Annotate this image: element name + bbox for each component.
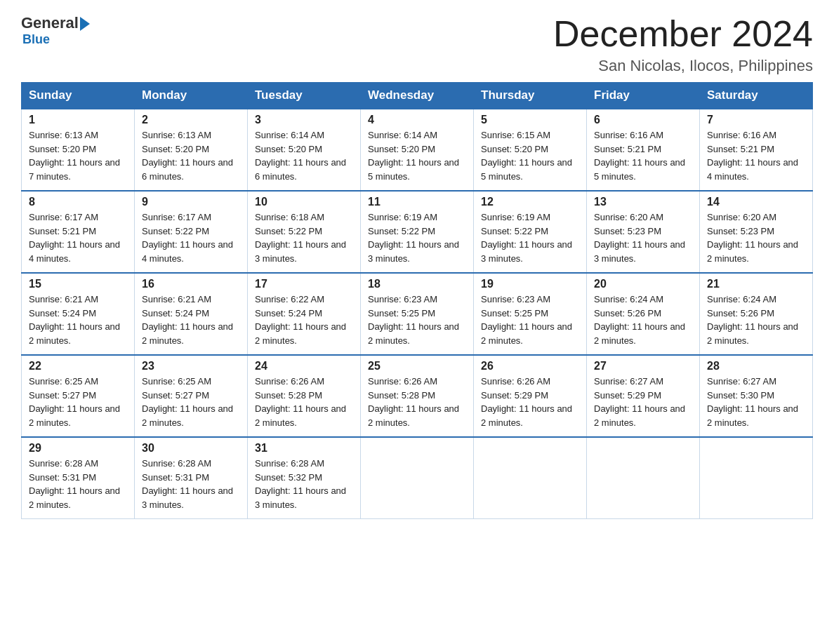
calendar-day-cell: 17Sunrise: 6:22 AMSunset: 5:24 PMDayligh… <box>248 273 361 355</box>
calendar-day-cell: 13Sunrise: 6:20 AMSunset: 5:23 PMDayligh… <box>587 191 700 273</box>
day-info: Sunrise: 6:28 AMSunset: 5:32 PMDaylight:… <box>255 458 346 510</box>
calendar-day-header: Sunday <box>22 83 135 109</box>
day-info: Sunrise: 6:25 AMSunset: 5:27 PMDaylight:… <box>142 376 233 428</box>
calendar-day-cell <box>587 437 700 519</box>
title-block: December 2024 San Nicolas, Ilocos, Phili… <box>553 14 813 75</box>
day-info: Sunrise: 6:20 AMSunset: 5:23 PMDaylight:… <box>707 212 798 264</box>
day-info: Sunrise: 6:19 AMSunset: 5:22 PMDaylight:… <box>481 212 572 264</box>
day-info: Sunrise: 6:25 AMSunset: 5:27 PMDaylight:… <box>29 376 120 428</box>
day-number: 31 <box>255 442 353 455</box>
calendar-header-row: SundayMondayTuesdayWednesdayThursdayFrid… <box>22 83 813 109</box>
day-info: Sunrise: 6:16 AMSunset: 5:21 PMDaylight:… <box>594 130 685 182</box>
calendar-day-cell: 6Sunrise: 6:16 AMSunset: 5:21 PMDaylight… <box>587 109 700 191</box>
day-info: Sunrise: 6:21 AMSunset: 5:24 PMDaylight:… <box>142 294 233 346</box>
calendar-week-row: 22Sunrise: 6:25 AMSunset: 5:27 PMDayligh… <box>22 355 813 437</box>
day-number: 30 <box>142 442 240 455</box>
logo-arrow-icon <box>80 17 90 31</box>
day-info: Sunrise: 6:23 AMSunset: 5:25 PMDaylight:… <box>368 294 459 346</box>
day-number: 8 <box>29 196 127 208</box>
day-number: 10 <box>255 196 353 208</box>
day-number: 12 <box>481 196 579 208</box>
page-header: General Blue December 2024 San Nicolas, … <box>21 14 813 75</box>
calendar-day-cell: 2Sunrise: 6:13 AMSunset: 5:20 PMDaylight… <box>135 109 248 191</box>
day-info: Sunrise: 6:24 AMSunset: 5:26 PMDaylight:… <box>707 294 798 346</box>
day-number: 29 <box>29 442 127 455</box>
calendar-day-cell: 5Sunrise: 6:15 AMSunset: 5:20 PMDaylight… <box>474 109 587 191</box>
day-info: Sunrise: 6:24 AMSunset: 5:26 PMDaylight:… <box>594 294 685 346</box>
calendar-day-cell: 3Sunrise: 6:14 AMSunset: 5:20 PMDaylight… <box>248 109 361 191</box>
logo-general: General <box>21 14 79 32</box>
day-info: Sunrise: 6:26 AMSunset: 5:29 PMDaylight:… <box>481 376 572 428</box>
day-number: 16 <box>142 278 240 290</box>
day-info: Sunrise: 6:26 AMSunset: 5:28 PMDaylight:… <box>368 376 459 428</box>
month-title: December 2024 <box>553 14 813 54</box>
calendar-day-cell: 22Sunrise: 6:25 AMSunset: 5:27 PMDayligh… <box>22 355 135 437</box>
calendar-day-header: Tuesday <box>248 83 361 109</box>
day-number: 21 <box>707 278 805 290</box>
day-number: 6 <box>594 114 692 126</box>
day-info: Sunrise: 6:20 AMSunset: 5:23 PMDaylight:… <box>594 212 685 264</box>
calendar-day-cell: 11Sunrise: 6:19 AMSunset: 5:22 PMDayligh… <box>361 191 474 273</box>
day-number: 28 <box>707 360 805 373</box>
calendar-day-cell: 23Sunrise: 6:25 AMSunset: 5:27 PMDayligh… <box>135 355 248 437</box>
calendar-day-cell <box>474 437 587 519</box>
day-number: 24 <box>255 360 353 373</box>
calendar-week-row: 29Sunrise: 6:28 AMSunset: 5:31 PMDayligh… <box>22 437 813 519</box>
calendar-day-cell: 30Sunrise: 6:28 AMSunset: 5:31 PMDayligh… <box>135 437 248 519</box>
calendar-table: SundayMondayTuesdayWednesdayThursdayFrid… <box>21 82 813 519</box>
calendar-day-cell: 10Sunrise: 6:18 AMSunset: 5:22 PMDayligh… <box>248 191 361 273</box>
day-info: Sunrise: 6:17 AMSunset: 5:22 PMDaylight:… <box>142 212 233 264</box>
day-number: 25 <box>368 360 466 373</box>
calendar-day-cell: 28Sunrise: 6:27 AMSunset: 5:30 PMDayligh… <box>700 355 813 437</box>
day-number: 15 <box>29 278 127 290</box>
calendar-day-cell: 9Sunrise: 6:17 AMSunset: 5:22 PMDaylight… <box>135 191 248 273</box>
logo-blue: Blue <box>22 32 50 46</box>
day-info: Sunrise: 6:21 AMSunset: 5:24 PMDaylight:… <box>29 294 120 346</box>
calendar-day-cell: 16Sunrise: 6:21 AMSunset: 5:24 PMDayligh… <box>135 273 248 355</box>
day-info: Sunrise: 6:27 AMSunset: 5:30 PMDaylight:… <box>707 376 798 428</box>
calendar-day-cell: 21Sunrise: 6:24 AMSunset: 5:26 PMDayligh… <box>700 273 813 355</box>
calendar-day-cell: 12Sunrise: 6:19 AMSunset: 5:22 PMDayligh… <box>474 191 587 273</box>
day-info: Sunrise: 6:17 AMSunset: 5:21 PMDaylight:… <box>29 212 120 264</box>
day-number: 26 <box>481 360 579 373</box>
calendar-day-cell: 14Sunrise: 6:20 AMSunset: 5:23 PMDayligh… <box>700 191 813 273</box>
day-number: 5 <box>481 114 579 126</box>
calendar-day-cell: 31Sunrise: 6:28 AMSunset: 5:32 PMDayligh… <box>248 437 361 519</box>
day-info: Sunrise: 6:14 AMSunset: 5:20 PMDaylight:… <box>368 130 459 182</box>
calendar-day-cell: 24Sunrise: 6:26 AMSunset: 5:28 PMDayligh… <box>248 355 361 437</box>
calendar-day-header: Wednesday <box>361 83 474 109</box>
calendar-week-row: 1Sunrise: 6:13 AMSunset: 5:20 PMDaylight… <box>22 109 813 191</box>
day-number: 1 <box>29 114 127 126</box>
day-info: Sunrise: 6:13 AMSunset: 5:20 PMDaylight:… <box>29 130 120 182</box>
calendar-day-cell: 8Sunrise: 6:17 AMSunset: 5:21 PMDaylight… <box>22 191 135 273</box>
calendar-week-row: 15Sunrise: 6:21 AMSunset: 5:24 PMDayligh… <box>22 273 813 355</box>
calendar-week-row: 8Sunrise: 6:17 AMSunset: 5:21 PMDaylight… <box>22 191 813 273</box>
calendar-day-cell <box>361 437 474 519</box>
day-number: 22 <box>29 360 127 373</box>
day-info: Sunrise: 6:19 AMSunset: 5:22 PMDaylight:… <box>368 212 459 264</box>
day-info: Sunrise: 6:18 AMSunset: 5:22 PMDaylight:… <box>255 212 346 264</box>
day-number: 11 <box>368 196 466 208</box>
day-info: Sunrise: 6:13 AMSunset: 5:20 PMDaylight:… <box>142 130 233 182</box>
calendar-day-cell: 25Sunrise: 6:26 AMSunset: 5:28 PMDayligh… <box>361 355 474 437</box>
calendar-day-cell: 29Sunrise: 6:28 AMSunset: 5:31 PMDayligh… <box>22 437 135 519</box>
logo: General Blue <box>21 14 90 47</box>
day-number: 2 <box>142 114 240 126</box>
calendar-day-cell: 4Sunrise: 6:14 AMSunset: 5:20 PMDaylight… <box>361 109 474 191</box>
day-number: 3 <box>255 114 353 126</box>
day-info: Sunrise: 6:15 AMSunset: 5:20 PMDaylight:… <box>481 130 572 182</box>
day-number: 14 <box>707 196 805 208</box>
calendar-day-cell: 20Sunrise: 6:24 AMSunset: 5:26 PMDayligh… <box>587 273 700 355</box>
day-info: Sunrise: 6:28 AMSunset: 5:31 PMDaylight:… <box>29 458 120 510</box>
day-info: Sunrise: 6:14 AMSunset: 5:20 PMDaylight:… <box>255 130 346 182</box>
day-info: Sunrise: 6:22 AMSunset: 5:24 PMDaylight:… <box>255 294 346 346</box>
day-info: Sunrise: 6:23 AMSunset: 5:25 PMDaylight:… <box>481 294 572 346</box>
day-info: Sunrise: 6:26 AMSunset: 5:28 PMDaylight:… <box>255 376 346 428</box>
day-number: 18 <box>368 278 466 290</box>
day-info: Sunrise: 6:16 AMSunset: 5:21 PMDaylight:… <box>707 130 798 182</box>
day-number: 20 <box>594 278 692 290</box>
day-number: 7 <box>707 114 805 126</box>
calendar-day-header: Saturday <box>700 83 813 109</box>
day-number: 4 <box>368 114 466 126</box>
calendar-day-header: Friday <box>587 83 700 109</box>
